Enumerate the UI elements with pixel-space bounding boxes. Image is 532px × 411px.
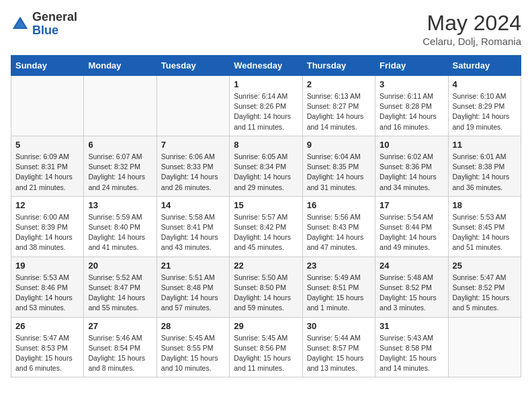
title-block: May 2024 Celaru, Dolj, Romania bbox=[423, 11, 521, 47]
cell-info: Sunrise: 5:46 AMSunset: 8:54 PMDaylight:… bbox=[88, 333, 152, 374]
cell-info: Sunrise: 6:04 AMSunset: 8:35 PMDaylight:… bbox=[307, 152, 371, 193]
cell-info: Sunrise: 5:48 AMSunset: 8:52 PMDaylight:… bbox=[380, 273, 443, 314]
cell-info: Sunrise: 5:52 AMSunset: 8:47 PMDaylight:… bbox=[88, 273, 152, 314]
cell-info: Sunrise: 5:53 AMSunset: 8:46 PMDaylight:… bbox=[15, 273, 79, 314]
day-number: 8 bbox=[234, 140, 298, 150]
cell-info: Sunrise: 6:14 AMSunset: 8:26 PMDaylight:… bbox=[234, 91, 298, 132]
day-number: 27 bbox=[88, 321, 152, 331]
calendar-cell: 20Sunrise: 5:52 AMSunset: 8:47 PMDayligh… bbox=[84, 257, 157, 317]
cell-info: Sunrise: 6:05 AMSunset: 8:34 PMDaylight:… bbox=[234, 152, 298, 193]
weekday-header-tuesday: Tuesday bbox=[157, 56, 229, 76]
cell-info: Sunrise: 6:00 AMSunset: 8:39 PMDaylight:… bbox=[15, 212, 79, 253]
calendar-cell: 29Sunrise: 5:45 AMSunset: 8:56 PMDayligh… bbox=[230, 317, 302, 377]
calendar-cell: 3Sunrise: 6:11 AMSunset: 8:28 PMDaylight… bbox=[375, 76, 448, 136]
calendar-week-row: 5Sunrise: 6:09 AMSunset: 8:31 PMDaylight… bbox=[11, 136, 521, 196]
day-number: 9 bbox=[307, 140, 371, 150]
calendar-cell: 17Sunrise: 5:54 AMSunset: 8:44 PMDayligh… bbox=[375, 196, 448, 257]
calendar-cell: 1Sunrise: 6:14 AMSunset: 8:26 PMDaylight… bbox=[230, 76, 302, 136]
weekday-header-sunday: Sunday bbox=[11, 56, 84, 76]
day-number: 7 bbox=[161, 140, 225, 150]
day-number: 30 bbox=[307, 321, 371, 331]
calendar-cell: 25Sunrise: 5:47 AMSunset: 8:52 PMDayligh… bbox=[448, 257, 521, 317]
calendar-cell bbox=[84, 76, 157, 136]
calendar-cell bbox=[157, 76, 229, 136]
cell-info: Sunrise: 5:57 AMSunset: 8:42 PMDaylight:… bbox=[234, 212, 298, 253]
calendar-cell: 9Sunrise: 6:04 AMSunset: 8:35 PMDaylight… bbox=[302, 136, 375, 196]
calendar-cell: 22Sunrise: 5:50 AMSunset: 8:50 PMDayligh… bbox=[230, 257, 302, 317]
cell-info: Sunrise: 6:09 AMSunset: 8:31 PMDaylight:… bbox=[15, 152, 79, 193]
calendar-cell: 28Sunrise: 5:45 AMSunset: 8:55 PMDayligh… bbox=[157, 317, 229, 377]
cell-info: Sunrise: 5:47 AMSunset: 8:53 PMDaylight:… bbox=[15, 333, 79, 374]
weekday-header-row: SundayMondayTuesdayWednesdayThursdayFrid… bbox=[11, 56, 521, 76]
day-number: 22 bbox=[234, 261, 298, 271]
calendar-cell: 10Sunrise: 6:02 AMSunset: 8:36 PMDayligh… bbox=[375, 136, 448, 196]
cell-info: Sunrise: 6:06 AMSunset: 8:33 PMDaylight:… bbox=[161, 152, 225, 193]
day-number: 31 bbox=[380, 321, 443, 331]
logo-text: General Blue bbox=[32, 11, 77, 38]
day-number: 1 bbox=[234, 79, 298, 89]
day-number: 24 bbox=[380, 261, 443, 271]
calendar-cell: 11Sunrise: 6:01 AMSunset: 8:38 PMDayligh… bbox=[448, 136, 521, 196]
calendar-cell: 5Sunrise: 6:09 AMSunset: 8:31 PMDaylight… bbox=[11, 136, 84, 196]
cell-info: Sunrise: 6:13 AMSunset: 8:27 PMDaylight:… bbox=[307, 91, 371, 132]
day-number: 3 bbox=[380, 79, 443, 89]
day-number: 15 bbox=[234, 200, 298, 210]
day-number: 18 bbox=[453, 200, 517, 210]
cell-info: Sunrise: 5:58 AMSunset: 8:41 PMDaylight:… bbox=[161, 212, 225, 253]
calendar-week-row: 12Sunrise: 6:00 AMSunset: 8:39 PMDayligh… bbox=[11, 196, 521, 257]
calendar-cell: 23Sunrise: 5:49 AMSunset: 8:51 PMDayligh… bbox=[302, 257, 375, 317]
day-number: 5 bbox=[15, 140, 79, 150]
day-number: 11 bbox=[453, 140, 517, 150]
cell-info: Sunrise: 5:51 AMSunset: 8:48 PMDaylight:… bbox=[161, 273, 225, 314]
calendar-cell: 19Sunrise: 5:53 AMSunset: 8:46 PMDayligh… bbox=[11, 257, 84, 317]
calendar-cell: 16Sunrise: 5:56 AMSunset: 8:43 PMDayligh… bbox=[302, 196, 375, 257]
cell-info: Sunrise: 6:02 AMSunset: 8:36 PMDaylight:… bbox=[380, 152, 443, 193]
cell-info: Sunrise: 5:56 AMSunset: 8:43 PMDaylight:… bbox=[307, 212, 371, 253]
calendar-cell: 14Sunrise: 5:58 AMSunset: 8:41 PMDayligh… bbox=[157, 196, 229, 257]
calendar-cell: 4Sunrise: 6:10 AMSunset: 8:29 PMDaylight… bbox=[448, 76, 521, 136]
calendar-week-row: 26Sunrise: 5:47 AMSunset: 8:53 PMDayligh… bbox=[11, 317, 521, 377]
cell-info: Sunrise: 6:07 AMSunset: 8:32 PMDaylight:… bbox=[88, 152, 152, 193]
weekday-header-saturday: Saturday bbox=[448, 56, 521, 76]
calendar-week-row: 19Sunrise: 5:53 AMSunset: 8:46 PMDayligh… bbox=[11, 257, 521, 317]
day-number: 6 bbox=[88, 140, 152, 150]
day-number: 23 bbox=[307, 261, 371, 271]
calendar-cell: 26Sunrise: 5:47 AMSunset: 8:53 PMDayligh… bbox=[11, 317, 84, 377]
cell-info: Sunrise: 5:50 AMSunset: 8:50 PMDaylight:… bbox=[234, 273, 298, 314]
cell-info: Sunrise: 6:11 AMSunset: 8:28 PMDaylight:… bbox=[380, 91, 443, 132]
calendar-cell: 2Sunrise: 6:13 AMSunset: 8:27 PMDaylight… bbox=[302, 76, 375, 136]
calendar-cell: 24Sunrise: 5:48 AMSunset: 8:52 PMDayligh… bbox=[375, 257, 448, 317]
logo: General Blue bbox=[11, 11, 77, 38]
day-number: 14 bbox=[161, 200, 225, 210]
day-number: 26 bbox=[15, 321, 79, 331]
calendar-cell: 18Sunrise: 5:53 AMSunset: 8:45 PMDayligh… bbox=[448, 196, 521, 257]
day-number: 21 bbox=[161, 261, 225, 271]
day-number: 25 bbox=[453, 261, 517, 271]
day-number: 17 bbox=[380, 200, 443, 210]
day-number: 4 bbox=[453, 79, 517, 89]
calendar-cell: 8Sunrise: 6:05 AMSunset: 8:34 PMDaylight… bbox=[230, 136, 302, 196]
calendar-cell: 30Sunrise: 5:44 AMSunset: 8:57 PMDayligh… bbox=[302, 317, 375, 377]
weekday-header-friday: Friday bbox=[375, 56, 448, 76]
cell-info: Sunrise: 5:43 AMSunset: 8:58 PMDaylight:… bbox=[380, 333, 443, 374]
day-number: 28 bbox=[161, 321, 225, 331]
calendar-cell: 12Sunrise: 6:00 AMSunset: 8:39 PMDayligh… bbox=[11, 196, 84, 257]
day-number: 16 bbox=[307, 200, 371, 210]
cell-info: Sunrise: 5:47 AMSunset: 8:52 PMDaylight:… bbox=[453, 273, 517, 314]
day-number: 2 bbox=[307, 79, 371, 89]
day-number: 19 bbox=[15, 261, 79, 271]
page-header: General Blue May 2024 Celaru, Dolj, Roma… bbox=[11, 11, 521, 47]
calendar-cell: 7Sunrise: 6:06 AMSunset: 8:33 PMDaylight… bbox=[157, 136, 229, 196]
calendar-table: SundayMondayTuesdayWednesdayThursdayFrid… bbox=[11, 55, 521, 377]
calendar-cell: 31Sunrise: 5:43 AMSunset: 8:58 PMDayligh… bbox=[375, 317, 448, 377]
cell-info: Sunrise: 5:53 AMSunset: 8:45 PMDaylight:… bbox=[453, 212, 517, 253]
cell-info: Sunrise: 5:45 AMSunset: 8:56 PMDaylight:… bbox=[234, 333, 298, 374]
day-number: 12 bbox=[15, 200, 79, 210]
weekday-header-thursday: Thursday bbox=[302, 56, 375, 76]
cell-info: Sunrise: 5:44 AMSunset: 8:57 PMDaylight:… bbox=[307, 333, 371, 374]
calendar-cell bbox=[448, 317, 521, 377]
calendar-cell: 13Sunrise: 5:59 AMSunset: 8:40 PMDayligh… bbox=[84, 196, 157, 257]
cell-info: Sunrise: 5:59 AMSunset: 8:40 PMDaylight:… bbox=[88, 212, 152, 253]
weekday-header-wednesday: Wednesday bbox=[230, 56, 302, 76]
calendar-cell: 27Sunrise: 5:46 AMSunset: 8:54 PMDayligh… bbox=[84, 317, 157, 377]
